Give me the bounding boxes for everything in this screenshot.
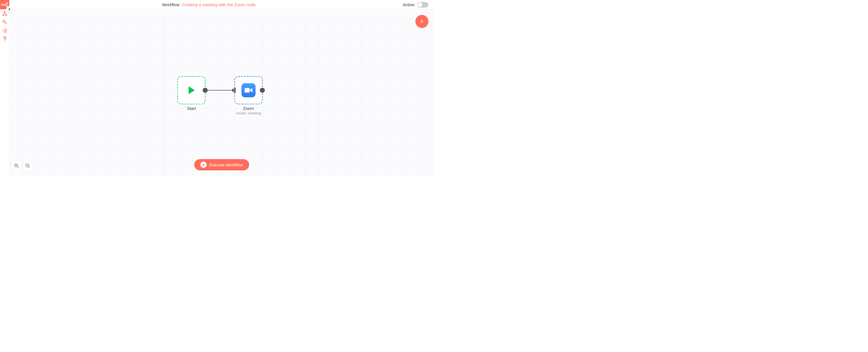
svg-rect-27 [245,88,250,93]
n8n-logo-icon [1,3,8,7]
camera-icon [244,87,253,93]
node-zoom-label: Zoom [235,106,262,111]
list-icon: 1 2 3 [3,29,7,33]
node-start-box[interactable] [177,76,206,104]
sidebar-item-credentials[interactable] [0,18,9,26]
workflows-icon [2,11,7,16]
sidebar-item-help[interactable] [0,35,9,43]
svg-rect-8 [3,14,4,16]
sidebar: 1 2 3 [0,0,9,176]
active-label: Active: [403,2,415,7]
sidebar-item-executions[interactable]: 1 2 3 [0,27,9,35]
active-toggle[interactable] [417,2,428,8]
execute-play-icon [200,162,207,168]
connection-start-zoom [206,88,237,92]
expand-sidebar-button[interactable] [6,6,12,12]
svg-rect-9 [5,14,7,16]
zoom-out-button[interactable] [23,161,33,171]
svg-point-0 [1,4,3,5]
node-zoom[interactable]: Zoom create: meeting [235,76,262,115]
svg-line-16 [6,23,6,23]
zoom-out-icon [25,163,30,168]
svg-point-1 [3,4,5,5]
plus-icon [419,19,425,24]
node-start[interactable]: Start [177,76,206,111]
zoom-controls [11,161,33,171]
svg-line-29 [17,167,19,168]
header: Workflow: Creating a meeting with the Zo… [9,0,434,9]
workflow-title[interactable]: Workflow: Creating a meeting with the Zo… [15,2,403,7]
svg-point-2 [6,3,8,4]
active-toggle-wrap: Active: [403,2,428,8]
question-icon [3,37,6,42]
node-zoom-box[interactable] [235,76,262,104]
execute-workflow-button[interactable]: Execute Workflow [194,159,249,170]
svg-line-33 [28,167,30,168]
svg-line-6 [5,5,6,6]
toggle-knob [418,3,422,7]
svg-point-23 [4,41,5,42]
node-zoom-input-port[interactable] [234,88,236,93]
node-start-output-port[interactable] [203,88,208,93]
zoom-in-icon [14,163,19,168]
node-zoom-sublabel: create: meeting [235,111,262,115]
execute-label: Execute Workflow [209,163,243,167]
title-prefix: Workflow: [162,2,182,7]
svg-text:3: 3 [3,32,4,33]
node-start-label: Start [177,106,206,111]
add-node-button[interactable] [415,15,428,28]
chevron-right-icon [8,8,10,10]
svg-line-5 [5,4,6,4]
node-zoom-output-port[interactable] [260,88,265,93]
zoom-in-button[interactable] [11,161,22,171]
workflow-canvas[interactable]: Start Zoom create: meeting [9,9,434,176]
title-name: Creating a meeting with the Zoom node [182,2,256,7]
play-icon [186,85,196,95]
main-area: Workflow: Creating a meeting with the Zo… [9,0,434,176]
zoom-app-icon [242,83,255,97]
svg-rect-7 [4,11,6,13]
svg-point-14 [3,20,5,23]
key-icon [3,20,7,25]
